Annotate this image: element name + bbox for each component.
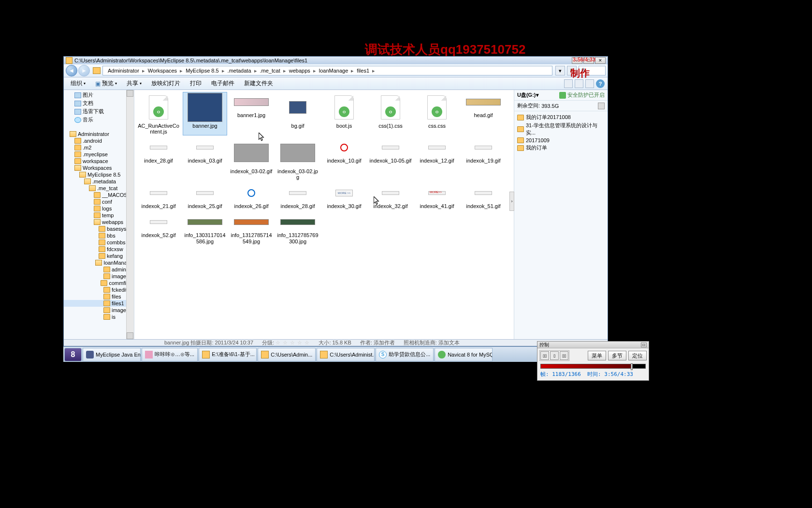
taskbar-item[interactable]: MyEclipse Java En... xyxy=(83,348,141,361)
slideshow-button[interactable]: 放映幻灯片 xyxy=(147,78,184,89)
file-item[interactable]: indexok_41.gif xyxy=(415,183,459,210)
tree-item[interactable]: fdcxsw xyxy=(64,246,134,253)
tree-item[interactable]: temp xyxy=(64,212,134,219)
file-item[interactable]: index_28.gif xyxy=(136,137,181,181)
right-panel-item[interactable]: 20171009 xyxy=(515,137,607,144)
tree-item[interactable]: combbs xyxy=(64,239,134,246)
file-item[interactable]: indexok_19.gif xyxy=(461,137,506,181)
view-grid-button[interactable] xyxy=(564,79,573,88)
tree-item[interactable]: files1 xyxy=(64,300,134,307)
help-button[interactable]: ? xyxy=(596,79,605,88)
tree-item[interactable]: webapps xyxy=(64,219,134,225)
tree-item[interactable]: Administrator xyxy=(64,131,134,137)
tree-item[interactable]: .android xyxy=(64,137,134,144)
gear-icon[interactable] xyxy=(598,103,605,109)
locate-button[interactable]: 定位 xyxy=(628,351,647,360)
drive-selector[interactable]: U盘(G:)▾ xyxy=(517,91,539,99)
file-item[interactable]: head.gif xyxy=(461,92,506,135)
file-item[interactable]: banner1.jpg xyxy=(229,92,274,135)
tree-item[interactable]: workspace xyxy=(64,158,134,164)
breadcrumb-segment[interactable]: webapps xyxy=(286,68,313,74)
scroll-up-button[interactable] xyxy=(127,90,133,97)
tree-item[interactable]: __MACOSX xyxy=(64,192,134,198)
file-list[interactable]: OAC_RunActiveContent.jsbanner.jpgbanner1… xyxy=(134,90,514,339)
tree-item[interactable]: .myeclipse xyxy=(64,151,134,158)
play-button-3[interactable]: ▯▯ xyxy=(560,351,568,360)
file-item[interactable]: info_1303117014586.jpg xyxy=(183,212,227,245)
breadcrumb-segment[interactable]: loanManage xyxy=(316,68,351,74)
tree-item[interactable]: .me_tcat xyxy=(64,185,134,192)
preview-menu[interactable]: ▣预览▾ xyxy=(91,78,121,89)
tree-item[interactable]: 迅雷下载 xyxy=(64,107,134,116)
file-item[interactable]: Ocss(1).css xyxy=(368,92,413,135)
right-panel-toggle[interactable]: › xyxy=(509,192,514,211)
breadcrumb-segment[interactable]: .metadata xyxy=(225,68,254,74)
control-close-button[interactable]: ▭ xyxy=(641,343,647,347)
file-item[interactable]: indexok_10-05.gif xyxy=(368,137,413,181)
file-item[interactable]: indexok_21.gif xyxy=(136,183,181,210)
breadcrumb-segment[interactable]: .me_tcat xyxy=(257,68,283,74)
tree-item[interactable]: kefang xyxy=(64,253,134,259)
file-item[interactable]: indexok_12.gif xyxy=(415,137,459,181)
breadcrumb-segment[interactable]: MyEclipse 8.5 xyxy=(183,68,221,74)
preview-pane-button[interactable] xyxy=(585,79,594,88)
breadcrumb-segment[interactable]: files1 xyxy=(354,68,372,74)
file-item[interactable]: info_1312785769300.jpg xyxy=(276,212,320,245)
tree-item[interactable]: commfiles xyxy=(64,280,134,286)
tree-scrollbar[interactable] xyxy=(126,90,134,339)
right-panel-item[interactable]: 我的订单20171008 xyxy=(515,113,607,121)
tree-item[interactable]: is xyxy=(64,314,134,320)
right-panel-item[interactable]: 我的订单 xyxy=(515,144,607,152)
file-item[interactable]: Ocss.css xyxy=(415,92,459,135)
tree-item[interactable]: loanManage xyxy=(64,259,134,266)
organize-menu[interactable]: 组织▾ xyxy=(67,78,89,89)
tree-item[interactable]: 图片 xyxy=(64,91,134,99)
taskbar-item[interactable]: S助学贷款信息公... xyxy=(376,348,434,361)
file-item[interactable]: indexok_03.gif xyxy=(183,137,227,181)
close-button[interactable]: ✕ xyxy=(595,57,606,64)
play-button-1[interactable]: ▯▯ xyxy=(540,351,549,360)
right-panel-item[interactable]: 31-学生信息管理系统的设计与实... xyxy=(515,121,607,137)
titlebar[interactable]: C:\Users\Administrator\Workspaces\MyEcli… xyxy=(64,57,608,64)
tree-item[interactable]: imageslg xyxy=(64,307,134,314)
progress-slider[interactable] xyxy=(540,364,646,369)
multi-button[interactable]: 多节 xyxy=(608,351,626,360)
tree-item[interactable]: files xyxy=(64,293,134,300)
file-item[interactable]: Oboot.js xyxy=(322,92,366,135)
taskbar-item[interactable]: Navicat 8 for MySQL xyxy=(435,348,493,361)
file-item[interactable]: indexok_25.gif xyxy=(183,183,227,210)
print-button[interactable]: 打印 xyxy=(186,78,205,89)
newfolder-button[interactable]: 新建文件夹 xyxy=(240,78,277,89)
back-button[interactable]: ◄ xyxy=(66,65,77,76)
email-button[interactable]: 电子邮件 xyxy=(207,78,238,89)
file-item[interactable]: indexok_32.gif xyxy=(368,183,413,210)
file-item[interactable]: indexok_10.gif xyxy=(322,137,366,181)
scroll-down-button[interactable] xyxy=(127,332,133,339)
tree-item[interactable]: .metadata xyxy=(64,178,134,185)
breadcrumb-dropdown[interactable]: ▾ xyxy=(555,66,565,75)
file-item[interactable]: indexok_28.gif xyxy=(276,183,320,210)
file-item[interactable]: banner.jpg xyxy=(183,92,227,135)
tree-item[interactable]: fckeditor xyxy=(64,286,134,293)
file-item[interactable]: MORE >>indexok_30.gif xyxy=(322,183,366,210)
tree-item[interactable]: MyEclipse 8.5 xyxy=(64,171,134,178)
taskbar-item[interactable]: E:\准备\6\1-基于... xyxy=(199,348,257,361)
tree-item[interactable]: images xyxy=(64,273,134,280)
control-title[interactable]: 控制 ▭ xyxy=(537,342,649,348)
tree-item[interactable]: logs xyxy=(64,205,134,212)
breadcrumb[interactable]: Administrator▸Workspaces▸MyEclipse 8.5▸.… xyxy=(102,66,552,75)
tree-item[interactable]: Workspaces xyxy=(64,164,134,171)
tree-item[interactable]: .m2 xyxy=(64,144,134,151)
forward-button[interactable]: ► xyxy=(78,65,90,76)
file-item[interactable]: info_1312785714549.jpg xyxy=(229,212,274,245)
file-item[interactable]: indexok_26.gif xyxy=(229,183,274,210)
file-item[interactable]: indexok_03-02.gif xyxy=(229,137,274,181)
file-item[interactable]: indexok_52.gif xyxy=(136,212,181,245)
menu-button[interactable]: 菜单 xyxy=(588,351,606,360)
play-button-2[interactable]: ▯ xyxy=(550,351,559,360)
tree-item[interactable]: basesys xyxy=(64,225,134,232)
tree-item[interactable]: conf xyxy=(64,198,134,205)
file-item[interactable]: OAC_RunActiveContent.js xyxy=(136,92,181,135)
tree-item[interactable]: 文档 xyxy=(64,99,134,107)
taskbar-item[interactable]: 咔咔咔⊙…⊙等... xyxy=(142,348,198,361)
